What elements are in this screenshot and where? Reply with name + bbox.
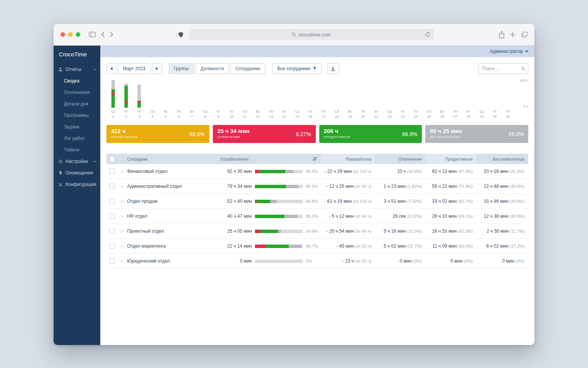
department-name[interactable]: Отдел продаж [127, 199, 220, 204]
table-row[interactable]: ▷Отдел маркетинга22 ч 14 мин96.7%- 45 ми… [106, 239, 528, 254]
department-name[interactable]: Административный отдел [127, 184, 220, 189]
view-button-groups[interactable]: Группы [169, 63, 194, 74]
table-row[interactable]: ▷Проектный отдел25 ч 05 мин54.6%- 20 ч 5… [106, 224, 528, 239]
sidebar-item-configuration[interactable]: Конфигурация [54, 179, 100, 190]
row-checkbox[interactable] [109, 214, 115, 219]
sidebar-item-work-log[interactable]: Лог работ [54, 133, 100, 144]
table-row[interactable]: ▷Юридический отдел0 мин0%- 23 ч (от 23 ч… [106, 254, 528, 269]
calendar-day-2[interactable]: Чт2 [119, 80, 132, 119]
expand-caret-icon[interactable]: ▷ [118, 214, 127, 218]
calendar-day-7[interactable]: Вт7 [185, 80, 198, 119]
new-tab-icon[interactable] [510, 32, 516, 38]
table-row[interactable]: ▷Финансовый отдел92 ч 30 мин80.4%- 22 ч … [106, 164, 528, 179]
department-name[interactable]: HR отдел [127, 214, 220, 219]
calendar-day-18[interactable]: Сб18 [330, 80, 343, 119]
forward-icon[interactable] [110, 32, 113, 37]
row-checkbox[interactable] [109, 258, 115, 264]
expand-caret-icon[interactable]: ▷ [118, 244, 127, 248]
tab-overview-icon[interactable] [521, 32, 528, 38]
calendar-day-13[interactable]: Пн13 [265, 80, 278, 119]
calendar-day-11[interactable]: Сб11 [238, 80, 251, 119]
expand-caret-icon[interactable]: ▷ [118, 169, 127, 173]
sidebar-item-day-details[interactable]: Детали дня [54, 98, 100, 110]
department-name[interactable]: Отдел маркетинга [127, 243, 220, 249]
calendar-day-14[interactable]: Вт14 [278, 80, 291, 119]
minimize-window-button[interactable] [68, 32, 73, 37]
calendar-day-31[interactable]: Пт31 [501, 80, 514, 119]
row-checkbox[interactable] [109, 184, 115, 189]
sidebar-item-reports[interactable]: Отчеты [54, 64, 100, 75]
col-distractions[interactable]: Отвлечения [375, 154, 426, 164]
calendar-day-17[interactable]: Пт17 [317, 80, 330, 119]
calendar-day-6[interactable]: Пн6 [172, 80, 185, 119]
sidebar-item-summary[interactable]: Сводка [54, 75, 100, 87]
calendar-day-26[interactable]: Вс26 [436, 80, 449, 119]
calendar-day-10[interactable]: Пт10 [225, 80, 238, 119]
col-productive[interactable]: Продуктивное [426, 154, 477, 164]
table-row[interactable]: ▷Административный отдел79 ч 34 мин86.5%-… [106, 179, 528, 194]
calendar-day-9[interactable]: Чт9 [212, 80, 225, 119]
col-worked[interactable]: Отработанное [220, 154, 321, 164]
address-bar[interactable]: crocotime.com [189, 29, 434, 40]
sidebar-toggle-icon[interactable] [89, 32, 96, 37]
expand-caret-icon[interactable]: ▷ [118, 184, 127, 188]
calendar-day-25[interactable]: Сб25 [422, 80, 435, 119]
calendar-day-21[interactable]: Вт21 [370, 80, 383, 119]
sidebar-item-tasks[interactable]: Задачи [54, 121, 100, 133]
table-row[interactable]: ▷Отдел продаж52 ч 40 мин45.8%- 62 ч 19 м… [106, 194, 528, 209]
row-checkbox[interactable] [109, 199, 115, 204]
refresh-icon[interactable] [425, 32, 430, 37]
summary-card-productive[interactable]: 206 чПРОДУКТИВНОЕ66.9% [319, 125, 422, 143]
department-name[interactable]: Проектный отдел [127, 228, 220, 234]
calendar-day-22[interactable]: Ср22 [383, 80, 396, 119]
export-button[interactable] [327, 63, 339, 74]
summary-card-offline[interactable]: 80 ч 25 минБЕЗ КОМПЬЮТЕРА26.0% [425, 125, 528, 143]
shield-icon[interactable] [178, 32, 183, 38]
calendar-day-28[interactable]: Вт28 [462, 80, 475, 119]
back-icon[interactable] [101, 32, 105, 37]
col-offline[interactable]: Без компьютера [477, 154, 528, 164]
sidebar-item-settings[interactable]: Настройки [54, 156, 100, 167]
summary-card-distractions[interactable]: 25 ч 34 минОТВЛЕЧЕНИЯ8.27% [213, 125, 316, 143]
calendar-day-16[interactable]: Чт16 [304, 80, 317, 119]
calendar-day-3[interactable]: Пт3 [133, 80, 146, 119]
prev-month-button[interactable] [106, 63, 116, 74]
view-button-employees[interactable]: Сотрудники [230, 63, 265, 74]
calendar-day-30[interactable]: Чт30 [488, 80, 501, 119]
table-row[interactable]: ▷HR отдел40 ч 47 мин88.7%- 5 ч 12 мин (о… [106, 209, 528, 224]
col-overtime[interactable]: Переработка [321, 154, 375, 164]
calendar-day-29[interactable]: Ср29 [475, 80, 488, 119]
view-button-positions[interactable]: Должности [196, 63, 229, 74]
sidebar-item-notifications[interactable]: Оповещения [54, 167, 100, 179]
sidebar-item-timesheets[interactable]: Табели [54, 144, 100, 156]
expand-caret-icon[interactable]: ▷ [118, 199, 127, 203]
expand-caret-icon[interactable]: ▷ [118, 229, 127, 233]
summary-card-worked[interactable]: 312 чОТРАБОТАННОЕ68.0% [106, 125, 209, 143]
calendar-day-5[interactable]: Вс5 [159, 80, 172, 119]
expand-caret-icon[interactable]: ▷ [118, 259, 127, 263]
row-checkbox[interactable] [109, 169, 115, 174]
sidebar-item-programs[interactable]: Программы [54, 110, 100, 121]
calendar-day-20[interactable]: Пн20 [356, 80, 369, 119]
sort-icon[interactable] [313, 157, 317, 161]
department-name[interactable]: Юридический отдел [127, 258, 220, 264]
select-all-checkbox[interactable] [109, 156, 115, 162]
month-picker-button[interactable]: Март 2023 [118, 63, 150, 74]
row-checkbox[interactable] [109, 228, 115, 234]
next-month-button[interactable] [152, 63, 162, 74]
calendar-day-24[interactable]: Пт24 [409, 80, 422, 119]
calendar-day-8[interactable]: Ср8 [199, 80, 212, 119]
row-checkbox[interactable] [109, 243, 115, 249]
share-icon[interactable] [499, 31, 505, 38]
calendar-day-4[interactable]: Сб4 [146, 80, 159, 119]
department-name[interactable]: Финансовый отдел [127, 169, 220, 174]
calendar-day-12[interactable]: Вс12 [251, 80, 264, 119]
user-menu[interactable]: Администратор [100, 46, 534, 57]
employee-filter-dropdown[interactable]: Все сотрудники [272, 63, 322, 74]
calendar-day-1[interactable]: Ср1 [106, 80, 119, 119]
zoom-window-button[interactable] [76, 32, 80, 37]
calendar-day-27[interactable]: Пн27 [449, 80, 462, 119]
col-employee[interactable]: Сотрудник [127, 154, 220, 164]
close-window-button[interactable] [60, 32, 65, 37]
calendar-day-15[interactable]: Ср15 [291, 80, 304, 119]
